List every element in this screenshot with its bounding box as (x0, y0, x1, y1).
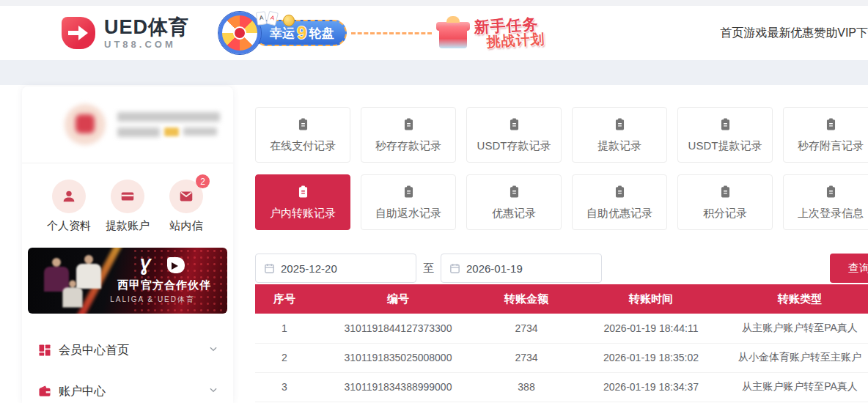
profile-action[interactable]: 个人资料 (41, 180, 97, 233)
tab-rebate-records[interactable]: 自助返水记录 (361, 174, 456, 230)
user-profile (22, 86, 233, 160)
tab-usdt-deposit-records[interactable]: USDT存款记录 (466, 107, 562, 163)
cell-order-id: 3101191844127373300 (314, 314, 482, 343)
nav-item-games[interactable]: 游戏 (743, 26, 767, 41)
cell-order-id: 3101191835025008000 (314, 343, 482, 372)
tab-label: 提款记录 (597, 139, 641, 153)
cell-amount: 2734 (482, 343, 570, 372)
cell-time: 2026-01-19 18:44:11 (570, 314, 732, 343)
nav-item-promotions[interactable]: 最新优惠 (767, 26, 814, 41)
transfer-records-table: 序号 编号 转账金额 转账时间 转账类型 1 31011918441273733… (255, 284, 868, 402)
clipboard-icon (718, 185, 732, 202)
tab-label: 秒存附言记录 (798, 139, 864, 153)
sidebar-item-member-center-home[interactable]: 会员中心首页 (22, 330, 233, 371)
quick-action-label: 提款账户 (106, 219, 150, 233)
record-tabs: 在线支付记录 秒存存款记录 USDT存款记录 提款记录 USDT提款记录 秒存附… (255, 107, 868, 230)
gold-coin-icon (283, 15, 295, 26)
player-silhouette (62, 281, 82, 308)
user-icon (52, 180, 86, 213)
nav-item-home[interactable]: 首页 (720, 26, 743, 41)
date-to-field[interactable] (441, 254, 602, 283)
cell-type: 从小金体育账户转至主账户 (732, 343, 868, 372)
ued-logo-icon (167, 257, 185, 273)
tab-last-login-info[interactable]: 上次登录信息 (783, 174, 868, 230)
laliga-partner-banner[interactable]: Ɣ 西甲官方合作伙伴 LALIGA & UED体育 (28, 248, 227, 314)
table-row: 3 3101191834388999000 388 2026-01-19 18:… (255, 372, 868, 402)
newbie-task-label: 新手任务 挑战计划 (474, 16, 545, 51)
calendar-icon (449, 262, 461, 278)
roulette-wheel-icon (218, 12, 261, 54)
tab-internal-transfer-records[interactable]: 户内转账记录 (255, 174, 350, 230)
lucky-wheel-promo[interactable]: AA 幸运 9 轮盘 (218, 12, 347, 54)
tab-label: 积分记录 (703, 207, 747, 221)
tab-label: USDT存款记录 (477, 139, 551, 153)
newbie-task-promo[interactable]: 新手任务 挑战计划 (436, 16, 545, 50)
nav-item-sponsorship[interactable]: 赞助 (814, 26, 837, 41)
tab-usdt-withdrawal-records[interactable]: USDT提款记录 (677, 107, 773, 163)
site-mail-action[interactable]: 2 站内信 (158, 180, 214, 233)
site-logo[interactable]: UED体育 UT88.COM (62, 17, 189, 50)
withdrawal-account-action[interactable]: 提款账户 (100, 180, 155, 233)
chevron-down-icon (208, 385, 218, 398)
nav-item-download[interactable]: 下载 (856, 26, 868, 41)
nav-item-vip[interactable]: VIP (837, 26, 856, 40)
promo-wheel-prefix: 幸运 (270, 25, 295, 42)
tab-withdrawal-records[interactable]: 提款记录 (572, 107, 667, 163)
sidebar-item-account-center[interactable]: 账户中心 (22, 371, 233, 403)
clipboard-icon (824, 185, 838, 202)
cell-type: 从主账户账户转至PA真人 (732, 314, 868, 343)
clipboard-icon (402, 117, 416, 134)
cell-index: 3 (255, 372, 314, 402)
clipboard-icon (296, 117, 310, 134)
date-filter-row: 至 查询 (255, 254, 868, 283)
browser-top-strip (0, 0, 868, 6)
sidebar-menu: 会员中心首页 账户中心 (22, 330, 233, 403)
clipboard-icon (507, 185, 521, 202)
banner-title: 西甲官方合作伙伴 (117, 278, 211, 292)
chevron-down-icon (208, 344, 218, 357)
tab-label: 秒存存款记录 (375, 139, 441, 153)
avatar (65, 104, 106, 145)
date-from-field[interactable] (255, 254, 416, 283)
cell-amount: 388 (482, 372, 570, 402)
clipboard-icon (718, 117, 732, 134)
tab-label: 在线支付记录 (270, 139, 336, 153)
date-to-input[interactable] (466, 262, 584, 275)
gift-box-icon (436, 16, 470, 50)
logo-text: UED体育 UT88.COM (104, 17, 189, 50)
cell-amount: 2734 (482, 314, 570, 343)
mail-icon: 2 (169, 180, 203, 213)
table-header-row: 序号 编号 转账金额 转账时间 转账类型 (255, 284, 868, 314)
query-button[interactable]: 查询 (830, 254, 868, 283)
column-header-amount: 转账金额 (482, 284, 570, 314)
column-header-order-id: 编号 (314, 284, 482, 314)
tab-fast-deposit-records[interactable]: 秒存存款记录 (361, 107, 456, 163)
cell-type: 从主账户账户转至PA真人 (732, 372, 868, 402)
tab-label: 优惠记录 (492, 207, 536, 221)
promo-wheel-suffix: 轮盘 (309, 25, 334, 42)
logo-subtitle: UT88.COM (104, 40, 189, 50)
page: UED体育 UT88.COM AA 幸运 9 轮盘 (0, 0, 868, 403)
date-from-input[interactable] (281, 262, 398, 275)
account-sidebar: 个人资料 提款账户 2 站内信 Ɣ (22, 86, 233, 403)
tab-online-payment-records[interactable]: 在线支付记录 (255, 107, 350, 163)
tab-fast-deposit-note-records[interactable]: 秒存附言记录 (783, 107, 868, 163)
table-row: 2 3101191835025008000 2734 2026-01-19 18… (255, 343, 868, 372)
tab-promo-records[interactable]: 优惠记录 (466, 174, 562, 230)
clipboard-icon (296, 185, 310, 202)
page-background-band (0, 60, 868, 85)
calendar-icon (263, 262, 276, 278)
tab-points-records[interactable]: 积分记录 (677, 174, 773, 230)
tab-label: 户内转账记录 (270, 207, 336, 221)
cell-index: 1 (255, 314, 314, 343)
tab-self-promo-records[interactable]: 自助优惠记录 (572, 174, 667, 230)
quick-action-label: 个人资料 (47, 219, 91, 233)
tab-label: 上次登录信息 (798, 207, 864, 221)
logo-arrow-icon (62, 17, 95, 49)
wallet-icon (37, 383, 53, 399)
date-range-separator: 至 (423, 262, 434, 276)
sidebar-item-label: 会员中心首页 (59, 343, 208, 358)
sidebar-item-label: 账户中心 (59, 384, 208, 399)
quick-action-label: 站内信 (170, 219, 203, 233)
grid-icon (37, 342, 53, 358)
